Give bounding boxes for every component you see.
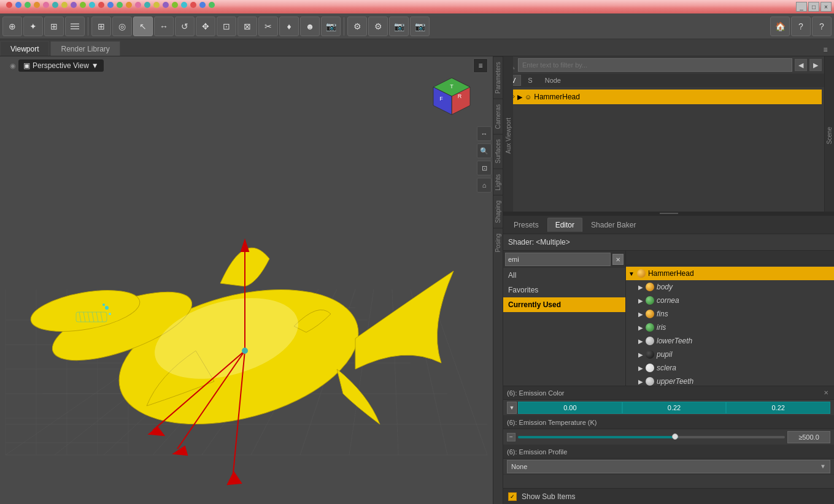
- mat-item-iris[interactable]: ▶ iris: [626, 321, 834, 334]
- toolbar-btn-rotate[interactable]: ↺: [175, 17, 195, 36]
- maximize-button[interactable]: □: [808, 2, 819, 12]
- filter-prev-button[interactable]: ◀: [795, 59, 807, 71]
- expand-arrow-icon: ▶: [638, 378, 643, 385]
- dot-16: [144, 2, 150, 8]
- toolbar-btn-8[interactable]: ♦: [279, 17, 299, 36]
- scene-item-hammerhead[interactable]: 👁 ▶ ☺ HammerHead: [506, 90, 822, 104]
- scene-side-label[interactable]: Scene: [826, 127, 833, 144]
- expand-arrow-icon: ▶: [638, 297, 643, 304]
- scene-tab-s[interactable]: S: [522, 75, 538, 86]
- toolbar-btn-2[interactable]: ✦: [23, 17, 43, 36]
- toolbar-btn-scale[interactable]: ✥: [196, 17, 215, 36]
- shader-tab-presets[interactable]: Presets: [506, 218, 547, 232]
- aux-viewport-strip: Aux Viewport: [503, 56, 513, 215]
- aux-viewport-label[interactable]: Aux Viewport: [505, 118, 512, 154]
- toolbar-btn-4[interactable]: [65, 17, 85, 36]
- toolbar-btn-layout[interactable]: ⊞: [91, 17, 111, 36]
- emission-temp-label: (6): Emission Temperature (K): [507, 419, 597, 426]
- mat-item-fins[interactable]: ▶ fins: [626, 307, 834, 321]
- toolbar-btn-9[interactable]: ☻: [300, 17, 320, 36]
- toolbar-btn-view[interactable]: ◎: [112, 17, 132, 36]
- material-search-input[interactable]: [505, 253, 611, 266]
- mat-item-label: body: [657, 283, 673, 291]
- tab-viewport[interactable]: Viewport: [0, 41, 49, 56]
- window-controls[interactable]: _ □ ×: [796, 2, 832, 12]
- perspective-view-button[interactable]: ▣ Perspective View ▼: [18, 59, 104, 72]
- material-tree-header: [626, 251, 834, 265]
- mat-item-lowerteeth[interactable]: ▶ lowerTeeth: [626, 334, 834, 348]
- viewport-zoom-button[interactable]: 🔍: [477, 143, 492, 158]
- viewport-options-button[interactable]: ≡: [473, 58, 488, 73]
- emission-color-val-3[interactable]: 0.22: [726, 402, 830, 414]
- emission-profile-row: None ▼: [503, 459, 834, 475]
- minimize-button[interactable]: _: [796, 2, 807, 12]
- side-label-shaping[interactable]: Shaping: [493, 195, 503, 228]
- side-label-lights[interactable]: Lights: [493, 169, 503, 196]
- navigation-cube[interactable]: R T F: [430, 75, 473, 118]
- side-label-surfaces[interactable]: Surfaces: [493, 134, 503, 168]
- emission-color-expand-button[interactable]: ▼: [507, 402, 517, 414]
- toolbar-btn-camera[interactable]: 📷: [321, 17, 341, 36]
- mat-item-body[interactable]: ▶ body: [626, 280, 834, 294]
- shader-tab-editor[interactable]: Editor: [547, 218, 582, 232]
- viewport-3d: [0, 56, 493, 504]
- close-button[interactable]: ×: [820, 2, 832, 12]
- shader-panel: Presets Editor Shader Baker Shader: <Mul…: [503, 216, 834, 504]
- viewport-home-button[interactable]: ⌂: [477, 178, 492, 193]
- svg-point-42: [109, 313, 111, 315]
- emission-profile-select[interactable]: None ▼: [507, 460, 830, 473]
- shader-tab-baker[interactable]: Shader Baker: [583, 218, 644, 232]
- show-sub-items-checkbox[interactable]: ✓: [508, 492, 517, 501]
- toolbar-btn-info[interactable]: ?: [812, 17, 832, 36]
- emission-color-close-button[interactable]: ✕: [822, 389, 830, 397]
- filter-input[interactable]: [518, 58, 792, 72]
- toolbar-btn-move[interactable]: ↔: [154, 17, 174, 36]
- emission-color-val-2[interactable]: 0.22: [622, 402, 727, 414]
- viewport-frame-button[interactable]: ⊡: [477, 161, 492, 175]
- toolbar-btn-1[interactable]: ⊕: [2, 17, 22, 36]
- mat-cat-all[interactable]: All: [503, 268, 625, 283]
- filter-next-button[interactable]: ▶: [809, 59, 822, 71]
- toolbar-btn-3[interactable]: ⊞: [44, 17, 64, 36]
- svg-point-52: [242, 348, 247, 353]
- emission-profile-header: (6): Emission Profile: [503, 445, 834, 459]
- mat-item-sclera[interactable]: ▶ sclera: [626, 361, 834, 375]
- emission-color-val-1[interactable]: 0.00: [518, 402, 622, 414]
- toolbar-btn-5[interactable]: ⊡: [217, 17, 236, 36]
- mat-cat-favorites[interactable]: Favorites: [503, 283, 625, 297]
- side-label-parameters[interactable]: Parameters: [493, 56, 503, 99]
- mat-item-label: sclera: [657, 364, 676, 372]
- dot-6: [52, 2, 58, 8]
- svg-text:F: F: [439, 96, 443, 102]
- tab-render-library[interactable]: Render Library: [50, 41, 120, 56]
- material-sphere-cornea: [646, 296, 654, 305]
- expand-arrow-icon: ▶: [638, 338, 643, 345]
- toolbar-btn-render4[interactable]: 📷: [410, 17, 430, 36]
- toolbar-btn-help[interactable]: ?: [791, 17, 811, 36]
- scene-tab-node[interactable]: Node: [539, 75, 566, 86]
- mat-item-upperteeth[interactable]: ▶ upperTeeth: [626, 375, 834, 386]
- toolbar-btn-7[interactable]: ✂: [258, 17, 278, 36]
- toolbar-btn-select[interactable]: ↖: [133, 17, 153, 36]
- tab-menu-button[interactable]: ≡: [819, 44, 832, 56]
- toolbar-btn-render1[interactable]: ⚙: [347, 17, 367, 36]
- resize-handle[interactable]: [503, 212, 834, 215]
- emission-temp-value[interactable]: ≥500.0: [787, 431, 830, 443]
- viewport-fit-button[interactable]: ↔: [477, 126, 492, 141]
- side-label-posing[interactable]: Posing: [493, 228, 503, 258]
- toolbar-btn-render2[interactable]: ⚙: [368, 17, 388, 36]
- material-search-clear-button[interactable]: ✕: [612, 254, 624, 265]
- mat-item-cornea[interactable]: ▶ cornea: [626, 294, 834, 307]
- toolbar-btn-home[interactable]: 🏠: [770, 17, 790, 36]
- expand-arrow-icon: ▼: [628, 270, 635, 277]
- emission-profile-label: (6): Emission Profile: [507, 448, 567, 456]
- mat-item-hammerhead[interactable]: ▼ HammerHead: [626, 267, 834, 280]
- toolbar-btn-6[interactable]: ⊠: [237, 17, 257, 36]
- emission-temp-minus-button[interactable]: −: [507, 433, 515, 441]
- emission-temp-slider[interactable]: [518, 436, 785, 438]
- svg-text:R: R: [458, 93, 462, 99]
- mat-cat-currently-used[interactable]: Currently Used: [503, 297, 625, 312]
- side-label-cameras[interactable]: Cameras: [493, 99, 503, 134]
- toolbar-btn-render3[interactable]: 📷: [389, 17, 409, 36]
- mat-item-pupil[interactable]: ▶ pupil: [626, 348, 834, 361]
